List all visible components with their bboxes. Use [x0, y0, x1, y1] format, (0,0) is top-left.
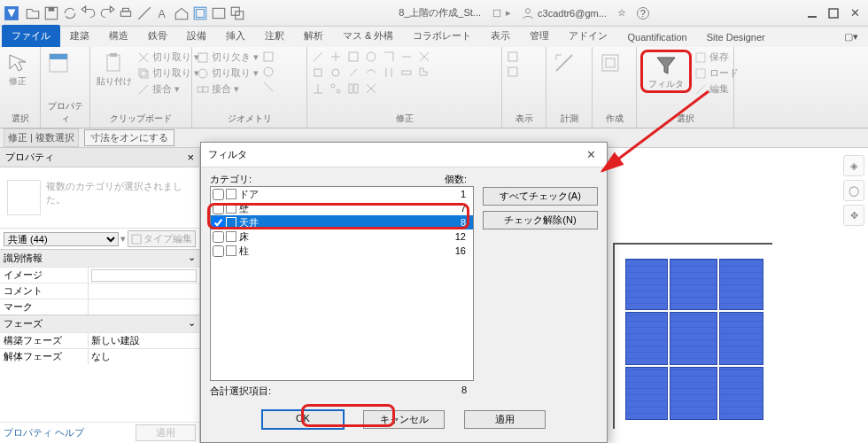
svg-rect-41	[696, 69, 705, 78]
tab-systems[interactable]: 設備	[177, 25, 216, 47]
favorites-icon[interactable]: ☆	[617, 7, 626, 19]
prop-build-phase-value[interactable]: 新しい建設	[89, 333, 199, 348]
user-account[interactable]: c3cadtr6@gm...	[522, 7, 607, 19]
svg-rect-39	[606, 58, 615, 67]
ok-button[interactable]: OK	[262, 410, 344, 429]
item-checkbox[interactable]	[213, 203, 224, 214]
props-close-icon[interactable]: ×	[187, 151, 194, 164]
tab-view[interactable]: 表示	[481, 25, 520, 47]
prop-build-phase-label: 構築フェーズ	[0, 333, 89, 348]
cut-button[interactable]: 切り取り ▾	[136, 50, 200, 65]
item-checkbox[interactable]	[213, 189, 224, 200]
paste-button[interactable]: 貼り付け	[94, 50, 135, 88]
home-icon[interactable]	[174, 5, 190, 21]
undo-icon[interactable]	[81, 5, 97, 21]
svg-rect-11	[493, 10, 500, 17]
save-icon[interactable]	[43, 5, 59, 21]
activate-dims-button[interactable]: 寸法をオンにする	[84, 129, 174, 146]
uncheck-all-button[interactable]: チェック解除(N)	[483, 211, 598, 229]
join-button[interactable]: 接合 ▾	[196, 82, 260, 97]
type-edit-button[interactable]: タイプ編集	[128, 230, 196, 247]
switch-windows-icon[interactable]	[229, 5, 245, 21]
sync-icon[interactable]	[62, 5, 78, 21]
modify-tool-row[interactable]	[311, 50, 498, 64]
section-expand-icon[interactable]: ⌄	[188, 252, 196, 265]
open-icon[interactable]	[25, 5, 41, 21]
prop-comment-value[interactable]	[89, 291, 199, 292]
tab-analyze[interactable]: 解析	[294, 25, 333, 47]
svg-rect-3	[120, 11, 130, 16]
copy-button[interactable]: 切り取り ▾	[136, 66, 200, 81]
tab-structure[interactable]: 構造	[99, 25, 138, 47]
multi-category-msg: 複数のカテゴリが選択されました。	[0, 167, 199, 228]
prop-demo-phase-value[interactable]: なし	[89, 349, 199, 364]
item-checkbox[interactable]	[213, 245, 224, 257]
apply-button[interactable]: 適用	[464, 410, 546, 429]
total-label: 合計選択項目:	[210, 385, 430, 398]
dialog-title: フィルタ	[208, 148, 247, 161]
tab-steel[interactable]: 鉄骨	[138, 25, 177, 47]
create-button[interactable]	[596, 50, 624, 76]
measure-icon[interactable]	[136, 5, 152, 21]
geom-tool-2[interactable]	[261, 65, 275, 79]
item-checkbox[interactable]	[213, 231, 224, 243]
tab-manage[interactable]: 管理	[520, 25, 559, 47]
prop-mark-label: マーク	[0, 299, 89, 315]
cope-button[interactable]: 切り欠き ▾	[196, 50, 260, 65]
close-hidden-icon[interactable]	[211, 5, 227, 21]
svg-rect-23	[198, 87, 203, 92]
maximize-icon[interactable]	[824, 4, 843, 22]
text-icon[interactable]: A	[155, 5, 171, 21]
cancel-button[interactable]: キャンセル	[363, 410, 445, 429]
dialog-close-icon[interactable]: ✕	[582, 148, 600, 161]
category-list[interactable]: ドア1 壁7 天井8 床12 柱16	[210, 186, 474, 381]
filter-button[interactable]: フィルタ	[646, 52, 686, 90]
section-expand-icon[interactable]: ⌄	[188, 317, 196, 330]
type-selector[interactable]: 共通 (44)	[4, 232, 119, 246]
tab-architecture[interactable]: 建築	[60, 25, 99, 47]
help-icon[interactable]: ?	[637, 7, 649, 19]
ribbon-minimize-icon[interactable]: ▢▾	[834, 27, 868, 47]
tab-collaborate[interactable]: コラボレート	[403, 25, 481, 47]
modify-tool-row3[interactable]	[311, 82, 498, 96]
check-all-button[interactable]: すべてチェック(A)	[483, 187, 598, 206]
tab-addins[interactable]: アドイン	[559, 25, 617, 47]
door-icon	[226, 189, 236, 199]
nav-cube-icon[interactable]: ◈	[843, 155, 864, 176]
svg-point-32	[331, 84, 335, 88]
thin-lines-icon[interactable]	[192, 5, 208, 21]
tab-insert[interactable]: 挿入	[216, 25, 255, 47]
cut-geom-button[interactable]: 切り取り ▾	[196, 66, 260, 81]
svg-rect-24	[203, 87, 208, 92]
redo-icon[interactable]	[99, 5, 115, 21]
geom-tool-3[interactable]	[261, 80, 275, 94]
nav-pan-icon[interactable]: ✥	[843, 205, 864, 226]
tab-quantification[interactable]: Quantification	[617, 27, 696, 47]
modify-tool[interactable]: 修正	[4, 50, 32, 88]
wall-icon	[226, 203, 236, 214]
properties-button[interactable]	[44, 50, 73, 76]
svg-rect-20	[141, 71, 148, 78]
modify-tool-row2[interactable]	[311, 66, 498, 80]
props-help-link[interactable]: プロパティ ヘルプ	[4, 426, 84, 439]
prop-mark-value[interactable]	[89, 307, 199, 308]
minimize-icon[interactable]	[802, 4, 822, 22]
view-tool1[interactable]	[506, 50, 520, 64]
tab-file[interactable]: ファイル	[2, 25, 60, 47]
tab-sitedesigner[interactable]: Site Designer	[697, 27, 775, 47]
nav-wheel-icon[interactable]: ◯	[843, 180, 864, 201]
tab-annotate[interactable]: 注釈	[255, 25, 294, 47]
prop-image-field[interactable]	[91, 269, 197, 282]
item-checkbox[interactable]	[213, 217, 224, 229]
print-icon[interactable]	[118, 5, 134, 21]
tab-massing[interactable]: マス & 外構	[333, 25, 403, 47]
match-button[interactable]: 接合 ▾	[136, 82, 200, 97]
prop-demo-phase-label: 解体フェーズ	[0, 349, 89, 364]
search-box[interactable]: ▸	[492, 7, 511, 19]
svg-rect-13	[808, 16, 817, 18]
measure-button[interactable]	[550, 50, 578, 76]
svg-rect-16	[50, 54, 67, 59]
geom-tool-1[interactable]	[261, 50, 275, 64]
view-tool2[interactable]	[506, 65, 520, 79]
close-icon[interactable]: ✕	[845, 4, 864, 22]
